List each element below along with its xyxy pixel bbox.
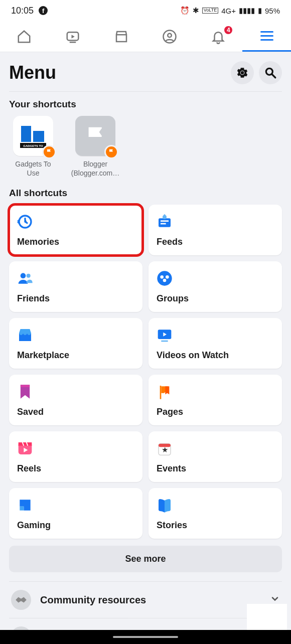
- svg-marker-1: [72, 35, 75, 39]
- card-gaming[interactable]: Gaming: [9, 488, 142, 539]
- card-label: Stories: [157, 520, 274, 531]
- svg-point-5: [241, 71, 244, 75]
- card-label: Reels: [17, 463, 134, 474]
- shortcut-label: Blogger (Blogger.com…: [71, 160, 119, 178]
- card-label: Groups: [157, 293, 274, 304]
- card-marketplace[interactable]: Marketplace: [9, 318, 142, 369]
- card-videos[interactable]: Videos on Watch: [149, 318, 282, 369]
- friends-icon: [17, 270, 33, 286]
- card-memories[interactable]: Memories: [9, 205, 142, 255]
- card-label: Feeds: [157, 237, 274, 247]
- svg-line-7: [272, 74, 275, 78]
- menu-header: Menu: [9, 52, 282, 91]
- shortcut-blogger[interactable]: Blogger (Blogger.com…: [71, 116, 119, 178]
- home-indicator[interactable]: [113, 636, 178, 638]
- feeds-icon: [157, 214, 173, 230]
- saved-icon: [17, 384, 33, 400]
- svg-rect-18: [164, 214, 166, 216]
- card-label: Memories: [17, 237, 134, 247]
- question-icon: ?: [11, 626, 31, 630]
- divider: [9, 91, 282, 92]
- watch-icon: [65, 29, 80, 44]
- svg-point-23: [166, 275, 169, 279]
- all-shortcuts-label: All shortcuts: [9, 188, 282, 199]
- nav-notifications[interactable]: 4: [194, 21, 243, 52]
- svg-text:GADGETS TO: GADGETS TO: [23, 144, 43, 147]
- status-bar: 10:05 f ⏰ ✱ VoLTE 4G+ ▮▮▮▮ ▮ 95%: [0, 0, 291, 21]
- svg-point-21: [157, 271, 172, 285]
- card-stories[interactable]: Stories: [149, 488, 282, 539]
- top-nav: 4: [0, 21, 291, 52]
- watermark-placeholder: [247, 604, 287, 632]
- settings-button[interactable]: [231, 61, 254, 84]
- menu-content: Menu Your shortcuts GADGETS TO: [0, 52, 291, 630]
- svg-point-4: [168, 33, 172, 37]
- card-label: Marketplace: [17, 350, 134, 361]
- your-shortcuts-label: Your shortcuts: [9, 99, 282, 110]
- expand-community-resources[interactable]: Community resources: [9, 581, 282, 618]
- nav-watch[interactable]: [49, 21, 97, 52]
- pages-icon: [157, 384, 173, 400]
- svg-point-19: [21, 273, 26, 278]
- card-label: Events: [157, 463, 274, 474]
- stories-icon: [157, 497, 173, 513]
- facebook-app-icon: f: [39, 6, 48, 15]
- card-pages[interactable]: Pages: [149, 375, 282, 425]
- videos-icon: [157, 327, 173, 343]
- svg-point-24: [163, 279, 167, 282]
- battery-percent: 95%: [265, 7, 280, 15]
- svg-point-22: [160, 275, 164, 279]
- svg-text:★: ★: [162, 446, 168, 454]
- memories-icon: [17, 214, 33, 230]
- profile-icon: [162, 29, 177, 44]
- card-label: Friends: [17, 293, 134, 304]
- shortcut-gadgets[interactable]: GADGETS TO Gadgets To Use: [9, 116, 57, 178]
- shortcut-thumb: GADGETS TO: [13, 116, 53, 156]
- nav-menu[interactable]: [242, 21, 291, 52]
- home-icon: [17, 29, 32, 44]
- nav-marketplace[interactable]: [97, 21, 145, 52]
- handshake-icon: [11, 590, 31, 610]
- nav-home[interactable]: [0, 21, 49, 52]
- status-left: 10:05 f: [11, 6, 48, 16]
- svg-rect-15: [161, 220, 169, 222]
- hamburger-icon: [260, 31, 273, 41]
- bluetooth-icon: ✱: [193, 6, 199, 15]
- header-actions: [231, 61, 282, 84]
- search-button[interactable]: [259, 61, 282, 84]
- search-icon: [264, 66, 277, 79]
- card-feeds[interactable]: Feeds: [149, 205, 282, 255]
- card-label: Videos on Watch: [157, 350, 274, 361]
- card-friends[interactable]: Friends: [9, 261, 142, 312]
- expand-help-support[interactable]: ? Help & support: [9, 618, 282, 630]
- network-indicator: 4G+: [221, 7, 236, 15]
- svg-rect-27: [161, 341, 168, 342]
- system-nav-bar: [0, 630, 291, 644]
- shortcut-thumb: [75, 116, 115, 156]
- alarm-icon: ⏰: [180, 6, 190, 15]
- card-groups[interactable]: Groups: [149, 261, 282, 312]
- svg-point-20: [27, 274, 31, 278]
- card-label: Gaming: [17, 520, 134, 531]
- marketplace-icon: [114, 29, 129, 44]
- expand-label: Community resources: [40, 594, 261, 606]
- signal-icon: ▮▮▮▮: [239, 6, 255, 15]
- events-icon: ★: [157, 440, 173, 456]
- page-flag-icon: [104, 145, 118, 159]
- flag-icon: [84, 124, 107, 147]
- shortcut-label: Gadgets To Use: [9, 160, 57, 178]
- battery-icon: ▮: [258, 6, 262, 15]
- see-more-button[interactable]: See more: [9, 546, 282, 572]
- shortcuts-row: GADGETS TO Gadgets To Use Blogger (Blogg…: [9, 116, 282, 178]
- reels-icon: [17, 440, 33, 456]
- card-reels[interactable]: Reels: [9, 431, 142, 482]
- svg-rect-28: [160, 386, 162, 399]
- nav-profile[interactable]: [145, 21, 194, 52]
- card-saved[interactable]: Saved: [9, 375, 142, 425]
- groups-icon: [157, 270, 173, 286]
- page-title: Menu: [9, 62, 56, 83]
- shortcut-grid: Memories Feeds Friends Groups: [9, 205, 282, 539]
- volte-indicator: VoLTE: [202, 8, 218, 14]
- card-events[interactable]: ★ Events: [149, 431, 282, 482]
- status-right: ⏰ ✱ VoLTE 4G+ ▮▮▮▮ ▮ 95%: [180, 6, 280, 15]
